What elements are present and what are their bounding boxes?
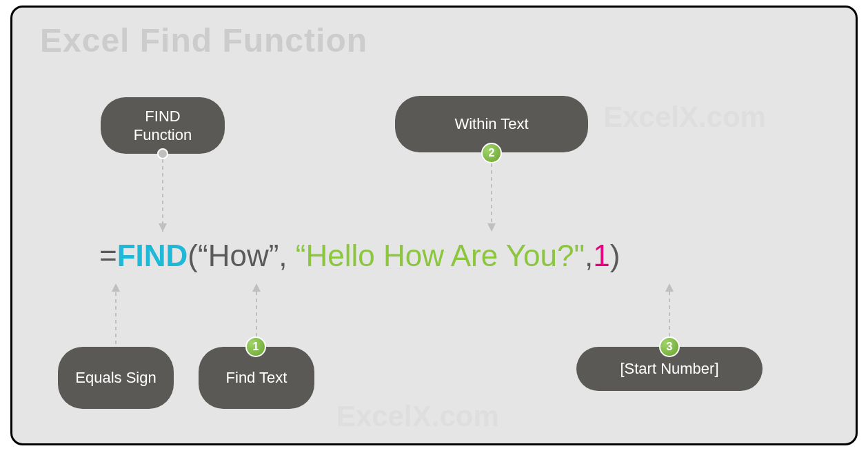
connector-dot	[157, 148, 168, 159]
watermark-top: ExcelX.com	[603, 101, 766, 134]
comma-1: ,	[279, 239, 295, 272]
badge-3: 3	[659, 336, 680, 357]
formula-expression: =FIND(“How”, “Hello How Are You?",1)	[99, 239, 620, 273]
watermark-bottom: ExcelX.com	[336, 400, 499, 433]
arg-find-text: “How”	[198, 239, 279, 272]
label-find-function: FIND Function	[101, 97, 225, 154]
close-paren: )	[610, 239, 620, 272]
label-equals-sign: Equals Sign	[58, 347, 174, 409]
arg-within-text: “Hello How Are You?"	[296, 239, 585, 272]
badge-1: 1	[245, 336, 266, 357]
badge-2: 2	[481, 143, 502, 163]
page-title: Excel Find Function	[40, 21, 367, 59]
comma-2: ,	[585, 239, 593, 272]
diagram-card: Excel Find Function ExcelX.com ExcelX.co…	[10, 6, 858, 445]
arg-start-number: 1	[593, 239, 609, 272]
function-name: FIND	[117, 239, 188, 272]
open-paren: (	[188, 239, 198, 272]
equals-sign: =	[99, 239, 117, 272]
